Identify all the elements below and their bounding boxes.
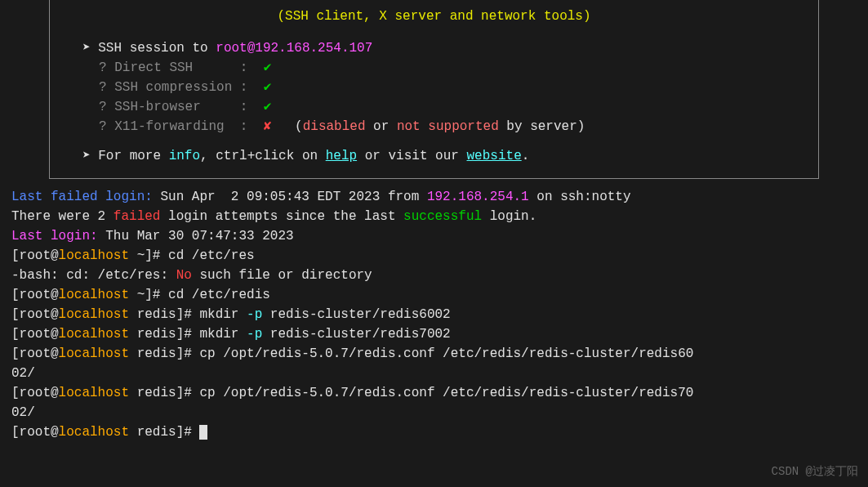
session-prefix: SSH session to (98, 41, 216, 56)
watermark: CSDN @过凌丁阳 (772, 463, 858, 480)
banner-subtitle: (SSH client, X server and network tools) (66, 0, 802, 38)
check-x11: ? X11-forwarding : ✘ (disabled or not su… (66, 117, 802, 136)
last-failed-login: Last failed login: Sun Apr 2 09:05:43 ED… (11, 187, 857, 207)
help-link[interactable]: help (326, 149, 357, 163)
prompt-current[interactable]: [root@localhost redis]# (11, 422, 857, 442)
prompt-line-2: [root@localhost ~]# cd /etc/redis (11, 285, 857, 305)
cursor (199, 425, 207, 440)
cross-icon: ✘ (264, 119, 272, 134)
prompt-line-3: [root@localhost redis]# mkdir -p redis-c… (11, 305, 857, 324)
check-browser: ? SSH-browser : ✔ (66, 97, 802, 117)
arrow-icon: ➤ (82, 149, 91, 163)
check-icon: ✔ (264, 80, 272, 95)
prompt-line-5: [root@localhost redis]# cp /opt/redis-5.… (11, 344, 857, 364)
failed-attempts: There were 2 failed login attempts since… (11, 207, 857, 226)
prompt-line-6: [root@localhost redis]# cp /opt/redis-5.… (11, 383, 857, 403)
prompt-line-5-wrap: 02/ (11, 364, 857, 383)
prompt-line-4: [root@localhost redis]# mkdir -p redis-c… (11, 324, 857, 344)
terminal-output[interactable]: Last failed login: Sun Apr 2 09:05:43 ED… (0, 187, 868, 442)
website-link[interactable]: website (467, 149, 522, 163)
ssh-banner-box: (SSH client, X server and network tools)… (49, 0, 819, 179)
prompt-line-1: [root@localhost ~]# cd /etc/res (11, 246, 857, 266)
arrow-icon: ➤ (82, 41, 91, 56)
check-direct-ssh: ? Direct SSH : ✔ (66, 58, 802, 78)
check-icon: ✔ (264, 100, 272, 114)
session-target: root@192.168.254.107 (216, 41, 372, 56)
banner-footer: ➤ For more info, ctrl+click on help or v… (66, 146, 802, 166)
last-login: Last login: Thu Mar 30 07:47:33 2023 (11, 226, 857, 246)
error-line: -bash: cd: /etc/res: No such file or dir… (11, 266, 857, 285)
info-text: info (169, 149, 200, 163)
prompt-line-6-wrap: 02/ (11, 403, 857, 422)
ssh-session-line: ➤ SSH session to root@192.168.254.107 (66, 38, 802, 58)
check-icon: ✔ (264, 60, 272, 75)
check-compression: ? SSH compression : ✔ (66, 78, 802, 97)
